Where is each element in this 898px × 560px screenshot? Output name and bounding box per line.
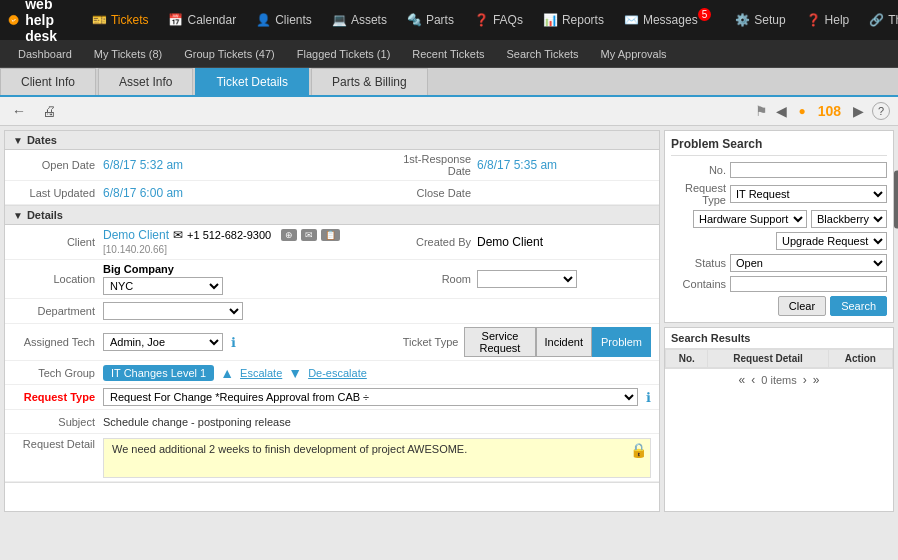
created-by-value: Demo Client: [477, 235, 543, 249]
client-btn2[interactable]: ✉: [301, 229, 317, 241]
last-updated-value[interactable]: 6/8/17 6:00 am: [103, 186, 183, 200]
first-response-col: 1st-Response Date 6/8/17 5:35 am: [377, 153, 651, 177]
pagination-last[interactable]: »: [813, 373, 820, 387]
client-col: Demo Client ✉ +1 512-682-9300 ⊕ ✉ 📋 [10.…: [103, 228, 377, 256]
nav-faqs[interactable]: ❓ FAQs: [466, 9, 531, 31]
tech-group-label: Tech Group: [13, 367, 103, 379]
client-label: Client: [13, 236, 103, 248]
details-header[interactable]: ▼ Details: [5, 206, 659, 225]
problems-tab[interactable]: Problems: [894, 170, 898, 228]
ticket-type-buttons: Service Request Incident Problem: [464, 327, 651, 357]
mail-icon: ✉: [173, 228, 183, 242]
ps-status-select[interactable]: Open: [730, 254, 887, 272]
tab-recent-tickets[interactable]: Recent Tickets: [402, 40, 494, 68]
ps-multi-row: Hardware Support Blackberry Upgrade Requ…: [671, 210, 887, 250]
client-btn3[interactable]: 📋: [321, 229, 340, 241]
ps-upgrade-request-select[interactable]: Upgrade Request: [776, 232, 887, 250]
pagination-next[interactable]: ›: [803, 373, 807, 387]
nav-clients[interactable]: 👤 Clients: [248, 9, 320, 31]
nav-help[interactable]: ❓ Help: [798, 9, 858, 31]
request-type-label: Request Type: [13, 391, 103, 403]
request-type-select[interactable]: Request For Change *Requires Approval fr…: [103, 388, 638, 406]
help-icon: ❓: [806, 13, 821, 27]
dates-title: Dates: [27, 134, 57, 146]
nav-tickets[interactable]: 🎫 Tickets: [84, 9, 157, 31]
location-select[interactable]: NYC: [103, 277, 223, 295]
ticket-type-service[interactable]: Service Request: [464, 327, 535, 357]
tab-my-approvals[interactable]: My Approvals: [591, 40, 677, 68]
ps-search-button[interactable]: Search: [830, 296, 887, 316]
tab-ticket-details[interactable]: Ticket Details: [195, 68, 309, 95]
client-name[interactable]: Demo Client: [103, 228, 169, 242]
next-ticket-button[interactable]: ▶: [853, 103, 864, 119]
tab-dashboard[interactable]: Dashboard: [8, 40, 82, 68]
flag-icon[interactable]: ⚑: [755, 103, 768, 119]
tab-my-tickets[interactable]: My Tickets (8): [84, 40, 172, 68]
department-select[interactable]: [103, 302, 243, 320]
ps-no-input[interactable]: [730, 162, 887, 178]
dates-section: ▼ Dates Open Date 6/8/17 5:32 am 1st-Res…: [5, 131, 659, 206]
help-button[interactable]: ?: [872, 102, 890, 120]
ps-request-type-select[interactable]: IT Request: [730, 185, 887, 203]
left-panel: ▼ Dates Open Date 6/8/17 5:32 am 1st-Res…: [4, 130, 660, 512]
tab-parts-billing[interactable]: Parts & Billing: [311, 68, 428, 95]
ps-contains-input-container: [730, 276, 887, 292]
nav-assets[interactable]: 💻 Assets: [324, 9, 395, 31]
dates-header[interactable]: ▼ Dates: [5, 131, 659, 150]
ps-contains-input[interactable]: [730, 276, 887, 292]
ps-hardware-support-select[interactable]: Hardware Support: [693, 210, 807, 228]
back-button[interactable]: ←: [8, 101, 30, 121]
subject-label: Subject: [13, 416, 103, 428]
nav-calendar[interactable]: 📅 Calendar: [160, 9, 244, 31]
assigned-tech-col: Admin, Joe ℹ: [103, 327, 377, 357]
nav-setup[interactable]: ⚙️ Setup: [727, 9, 793, 31]
tab-search-tickets[interactable]: Search Tickets: [496, 40, 588, 68]
details-title: Details: [27, 209, 63, 221]
deescalate-down-icon[interactable]: ▼: [288, 365, 302, 381]
location-row: Location Big Company NYC Room: [5, 260, 659, 299]
ticket-type-problem[interactable]: Problem: [592, 327, 651, 357]
tab-flagged-tickets[interactable]: Flagged Tickets (1): [287, 40, 401, 68]
escalate-link[interactable]: Escalate: [240, 367, 282, 379]
department-label: Department: [13, 305, 103, 317]
pagination-prev[interactable]: ‹: [751, 373, 755, 387]
ps-blackberry-select[interactable]: Blackberry: [811, 210, 887, 228]
room-col: Room: [377, 263, 651, 295]
ps-contains-label: Contains: [671, 278, 726, 290]
ps-clear-button[interactable]: Clear: [778, 296, 826, 316]
ps-status-input: Open: [730, 254, 887, 272]
faqs-icon: ❓: [474, 13, 489, 27]
ticket-type-incident[interactable]: Incident: [536, 327, 593, 357]
tab-group-tickets[interactable]: Group Tickets (47): [174, 40, 284, 68]
reports-icon: 📊: [543, 13, 558, 27]
col-no: No.: [666, 350, 708, 368]
print-button[interactable]: 🖨: [38, 101, 60, 121]
toolbar: ← 🖨 ⚑ ◀ ● 108 ▶ ?: [0, 97, 898, 126]
client-btn1[interactable]: ⊕: [281, 229, 297, 241]
request-detail-value[interactable]: We need additional 2 weeks to finish dev…: [103, 438, 651, 478]
prev-ticket-button[interactable]: ◀: [776, 103, 787, 119]
tab-client-info[interactable]: Client Info: [0, 68, 96, 95]
assigned-tech-row: Assigned Tech Admin, Joe ℹ Ticket Type S…: [5, 324, 659, 361]
first-response-label: 1st-Response Date: [377, 153, 477, 177]
second-nav: Dashboard My Tickets (8) Group Tickets (…: [0, 40, 898, 68]
de-escalate-link[interactable]: De-escalate: [308, 367, 367, 379]
open-date-value[interactable]: 6/8/17 5:32 am: [103, 158, 183, 172]
first-response-value[interactable]: 6/8/17 5:35 am: [477, 158, 557, 172]
lock-icon[interactable]: 🔒: [630, 442, 647, 458]
escalate-up-icon[interactable]: ▲: [220, 365, 234, 381]
nav-thwack[interactable]: 🔗 Thwack: [861, 9, 898, 31]
department-row: Department: [5, 299, 659, 324]
room-select[interactable]: [477, 270, 577, 288]
ps-request-type-row: Request Type IT Request: [671, 182, 887, 206]
nav-parts[interactable]: 🔩 Parts: [399, 9, 462, 31]
pagination-first[interactable]: «: [739, 373, 746, 387]
nav-messages[interactable]: ✉️ Messages 5: [616, 9, 723, 31]
room-label: Room: [377, 273, 477, 285]
nav-reports[interactable]: 📊 Reports: [535, 9, 612, 31]
tab-asset-info[interactable]: Asset Info: [98, 68, 193, 95]
assets-icon: 💻: [332, 13, 347, 27]
assigned-tech-select[interactable]: Admin, Joe: [103, 333, 223, 351]
request-type-info-icon: ℹ: [646, 390, 651, 405]
items-count: 0 items: [761, 374, 796, 386]
